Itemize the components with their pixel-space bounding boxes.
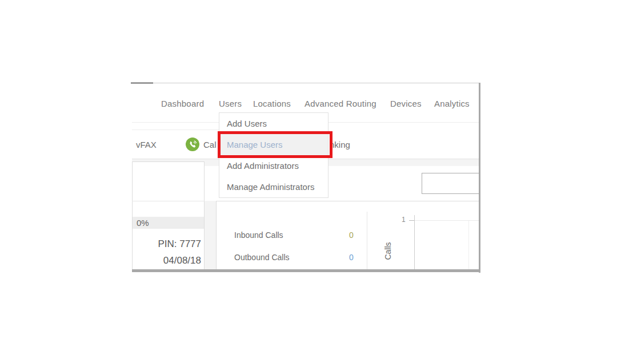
- menu-item-add-administrators[interactable]: Add Administrators: [219, 155, 328, 176]
- nav-item-users[interactable]: Users: [219, 99, 242, 110]
- nav-item-locations[interactable]: Locations: [253, 99, 291, 110]
- annotation-highlight-box: [218, 131, 332, 158]
- chart-vertical-gridline: [468, 221, 469, 269]
- stats-chart-divider: [367, 212, 367, 269]
- usage-progress-bar: 0%: [133, 217, 204, 229]
- chart-y-axis-line: [414, 215, 415, 269]
- window-right-edge: [479, 83, 480, 273]
- chart-y-tick-1: 1: [402, 216, 406, 224]
- toolbar-box-partial[interactable]: [422, 173, 480, 194]
- account-pin: PIN: 7777: [133, 238, 201, 250]
- summary-date: 04/08/18: [133, 255, 201, 266]
- summary-card-divider: [132, 201, 205, 201]
- inbound-calls-value: 0: [349, 230, 354, 240]
- outbound-calls-value: 0: [349, 253, 354, 262]
- menu-item-manage-administrators[interactable]: Manage Administrators: [219, 176, 328, 197]
- subheader-item-call-partial[interactable]: Cal: [203, 140, 217, 150]
- nav-item-analytics[interactable]: Analytics: [434, 99, 470, 110]
- nav-item-advanced-routing[interactable]: Advanced Routing: [305, 99, 376, 110]
- chart-y-axis-label: Calls: [383, 238, 392, 264]
- nav-item-dashboard[interactable]: Dashboard: [161, 99, 204, 110]
- subheader-divider: [132, 130, 219, 130]
- inbound-calls-label: Inbound Calls: [234, 230, 283, 240]
- subheader-item-vfax[interactable]: vFAX: [136, 140, 157, 150]
- summary-card: [132, 161, 205, 269]
- window-top-edge: [132, 83, 480, 83]
- call-phone-icon: [186, 137, 199, 151]
- subheader-item-trunking-partial[interactable]: nking: [330, 140, 350, 150]
- chart-horizontal-gridline: [415, 220, 479, 221]
- card-gap-strip: [205, 201, 216, 269]
- window-top-edge-dark-segment: [131, 82, 153, 84]
- nav-item-devices[interactable]: Devices: [390, 99, 422, 110]
- chart-tick-mark: [409, 220, 414, 221]
- outbound-calls-label: Outbound Calls: [234, 253, 290, 262]
- window-bottom-edge: [132, 269, 480, 272]
